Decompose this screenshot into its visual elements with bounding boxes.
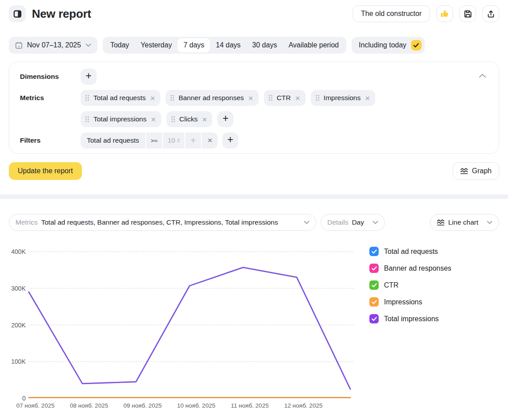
legend-item-impressions[interactable]: Impressions <box>369 296 502 307</box>
topbar-actions: The old constructor <box>353 5 499 22</box>
drag-handle-icon[interactable] <box>316 95 319 101</box>
legend-item-ctr[interactable]: CTR <box>369 280 502 291</box>
add-filter-button[interactable]: + <box>222 132 238 148</box>
legend-checkbox-icon[interactable] <box>369 314 379 323</box>
close-icon: × <box>207 136 212 145</box>
dimensions-row: Dimensions + <box>20 69 488 85</box>
x-axis-tick-label: 08 нояб. 2025 <box>70 402 108 409</box>
remove-chip-icon[interactable]: × <box>150 94 155 102</box>
chart-details-select[interactable]: Details Day <box>321 214 385 231</box>
drag-handle-icon[interactable] <box>269 95 272 101</box>
filter-value-input[interactable]: 10 <box>163 132 184 148</box>
x-axis-tick-label: 11 нояб. 2025 <box>231 402 268 409</box>
y-axis-tick-label: 100K <box>11 358 26 365</box>
preset-yesterday[interactable]: Yesterday <box>135 38 178 52</box>
graph-button-label: Graph <box>472 167 492 175</box>
add-metric-button[interactable]: + <box>217 111 233 127</box>
like-button[interactable] <box>436 5 453 22</box>
metric-chip-total-ad-requests[interactable]: Total ad requests× <box>81 90 160 106</box>
drag-handle-icon[interactable] <box>85 95 89 101</box>
filter-operator[interactable]: >= <box>146 132 162 148</box>
remove-chip-icon[interactable]: × <box>202 115 207 124</box>
legend-checkbox-icon[interactable] <box>369 297 379 307</box>
legend-item-banner-ad-responses[interactable]: Banner ad responses <box>369 263 502 274</box>
date-range-picker[interactable]: Nov 07–13, 2025 <box>9 37 97 54</box>
date-bar: Nov 07–13, 2025 TodayYesterday7 days14 d… <box>9 37 499 54</box>
panel-right-icon <box>13 10 22 18</box>
header: New report The old constructor <box>9 5 499 22</box>
legend-item-total-impressions[interactable]: Total impressions <box>369 313 502 324</box>
remove-chip-icon[interactable]: × <box>248 94 253 102</box>
details-select-label: Details <box>327 218 348 226</box>
chevron-up-icon <box>479 74 486 78</box>
chip-label: Total ad requests <box>93 94 146 102</box>
report-builder-page: New report The old constructor <box>0 5 508 413</box>
thumbs-up-icon <box>440 9 449 18</box>
plus-icon: + <box>85 71 91 81</box>
metric-chips-row-1: Total ad requests×Banner ad responses×CT… <box>81 90 375 106</box>
metric-chip-banner-ad-responses[interactable]: Banner ad responses× <box>166 90 258 106</box>
legend-label: Total impressions <box>384 315 439 323</box>
chart-type-select[interactable]: Line chart <box>430 214 499 231</box>
series-line-total-ad-requests-total-impressions-overlapping-lines <box>29 268 350 389</box>
drag-handle-icon[interactable] <box>85 116 89 122</box>
legend-label: Impressions <box>384 298 422 306</box>
metric-chip-impressions[interactable]: Impressions× <box>311 90 376 106</box>
metric-chips: Total ad requests×Banner ad responses×CT… <box>81 90 375 127</box>
old-constructor-button[interactable]: The old constructor <box>353 5 430 22</box>
preset-14-days[interactable]: 14 days <box>210 38 246 52</box>
actions-row: Update the report Graph <box>9 162 499 180</box>
legend-checkbox-icon[interactable] <box>369 280 379 290</box>
preset-30-days[interactable]: 30 days <box>246 38 283 52</box>
number-spinner-icon[interactable] <box>177 138 180 143</box>
share-upload-icon <box>487 10 495 18</box>
report-panel-icon[interactable] <box>9 5 26 22</box>
save-button[interactable] <box>459 5 476 22</box>
line-chart: 0100K200K300K400K07 нояб. 202508 нояб. 2… <box>9 242 363 413</box>
metric-chip-ctr[interactable]: CTR× <box>264 90 306 106</box>
filter-field[interactable]: Total ad requests <box>81 132 145 148</box>
drag-handle-icon[interactable] <box>171 116 175 122</box>
chart-section: 0100K200K300K400K07 нояб. 202508 нояб. 2… <box>9 242 508 413</box>
remove-chip-icon[interactable]: × <box>151 115 156 124</box>
chart-metrics-select[interactable]: Metrics Total ad requests, Banner ad res… <box>9 214 316 231</box>
metric-chip-total-impressions[interactable]: Total impressions× <box>81 111 161 127</box>
filter-value: 10 <box>167 136 175 144</box>
details-select-value: Day <box>352 218 364 226</box>
plus-icon: + <box>227 135 233 145</box>
filter-condition: Total ad requests >= 10 + × <box>81 132 218 148</box>
legend-checkbox-icon[interactable] <box>369 264 379 273</box>
metric-chips-row-2: Total impressions×Clicks×+ <box>81 111 375 127</box>
drag-handle-icon[interactable] <box>171 95 174 101</box>
plus-icon: + <box>190 136 196 146</box>
including-today-toggle[interactable]: Including today <box>352 37 425 54</box>
share-button[interactable] <box>482 5 499 22</box>
chart-legend: Total ad requestsBanner ad responsesCTRI… <box>369 242 502 413</box>
y-axis-tick-label: 400K <box>11 248 26 255</box>
filter-remove-button[interactable]: × <box>202 132 218 148</box>
preset-today[interactable]: Today <box>105 38 135 52</box>
legend-item-total-ad-requests[interactable]: Total ad requests <box>369 246 502 257</box>
chip-label: Clicks <box>179 115 198 123</box>
filter-add-value-button[interactable]: + <box>185 132 201 148</box>
metric-chip-clicks[interactable]: Clicks× <box>167 111 212 127</box>
collapse-panel-button[interactable] <box>477 71 488 81</box>
chip-label: Impressions <box>324 94 361 102</box>
chevron-down-icon <box>304 221 310 224</box>
metrics-label: Metrics <box>20 90 81 106</box>
remove-chip-icon[interactable]: × <box>295 94 300 102</box>
y-axis-tick-label: 200K <box>11 322 26 329</box>
remove-chip-icon[interactable]: × <box>365 94 370 102</box>
legend-checkbox-icon[interactable] <box>369 247 379 256</box>
preset-7-days[interactable]: 7 days <box>178 38 210 52</box>
preset-available-period[interactable]: Available period <box>283 38 345 52</box>
metrics-row: Metrics Total ad requests×Banner ad resp… <box>20 90 488 127</box>
chip-label: CTR <box>277 94 291 102</box>
update-report-button[interactable]: Update the report <box>9 162 82 180</box>
graph-view-button[interactable]: Graph <box>453 162 499 180</box>
add-dimension-button[interactable]: + <box>81 69 97 85</box>
x-axis-tick-label: 07 нояб. 2025 <box>16 402 54 409</box>
page-title: New report <box>32 7 91 21</box>
chevron-down-icon <box>85 43 91 47</box>
legend-label: CTR <box>384 281 399 289</box>
